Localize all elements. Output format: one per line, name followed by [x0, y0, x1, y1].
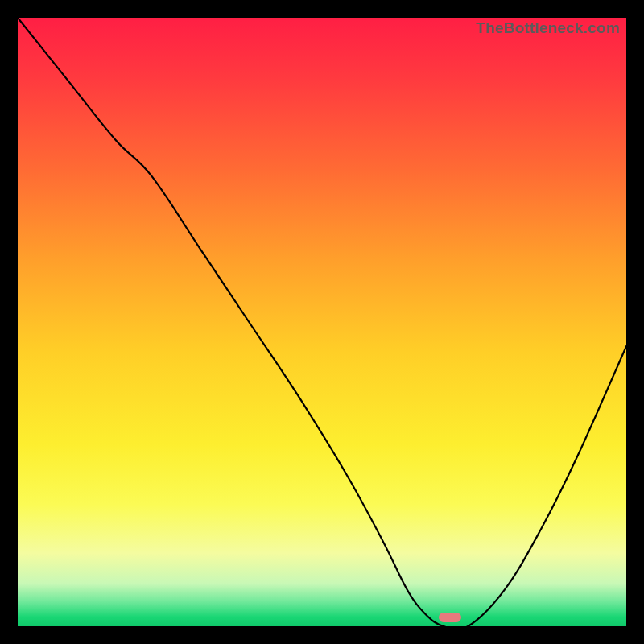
plot-area: TheBottleneck.com	[18, 18, 626, 626]
bottleneck-curve	[18, 18, 626, 626]
optimum-marker	[439, 613, 461, 622]
curve-path	[18, 18, 626, 630]
chart-frame: TheBottleneck.com	[0, 0, 644, 644]
